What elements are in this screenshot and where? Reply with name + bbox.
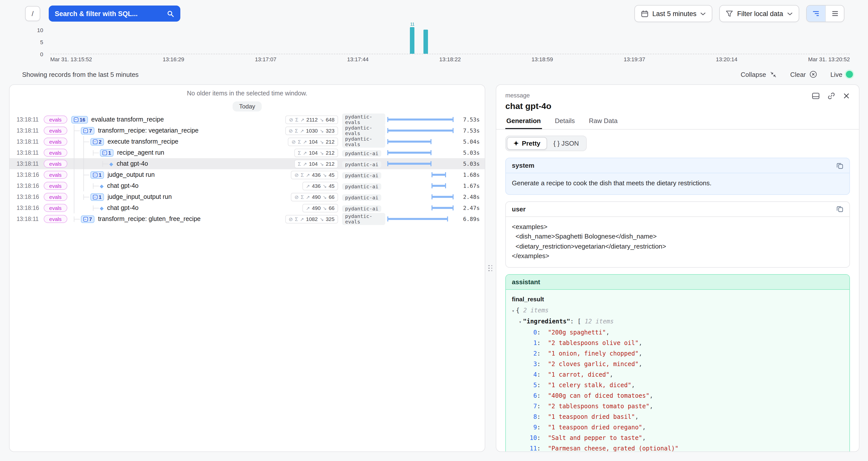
detail-header: message: [496, 92, 859, 100]
tab-generation[interactable]: Generation: [505, 117, 542, 129]
trace-row[interactable]: 13:18:11evals2execute transform_recipe⊘Σ…: [9, 136, 485, 147]
json-punct: ,: [610, 371, 613, 378]
y-tick-label: 0: [28, 51, 47, 57]
expand-toggle[interactable]: 2: [90, 138, 104, 145]
top-bar-right: Last 5 minutes Filter local data: [634, 5, 844, 22]
x-tick-label: 13:20:14: [716, 56, 737, 62]
copy-button[interactable]: [836, 162, 843, 169]
json-tree-row: 8: "1 teaspoon dried basil",: [512, 411, 843, 422]
duration-bar-track: [387, 125, 454, 136]
dock-panel-icon[interactable]: [812, 92, 820, 100]
tab-details[interactable]: Details: [554, 117, 576, 129]
trace-row[interactable]: 13:18:11evals7transform_recipe: vegetari…: [9, 125, 485, 136]
row-timestamp: 13:18:16: [17, 194, 44, 200]
json-punct: :: [537, 424, 548, 431]
json-index: 5: [527, 380, 537, 391]
tokens-out-count: 212: [326, 139, 335, 145]
tokens-in-count: 490: [312, 205, 321, 211]
tokens-in-count: 490: [312, 194, 321, 200]
expand-toggle[interactable]: 1: [90, 171, 104, 179]
evals-badge: evals: [44, 171, 67, 179]
expand-toggle[interactable]: 1: [100, 149, 114, 156]
duration-bar: [432, 207, 454, 209]
tab-raw-data[interactable]: Raw Data: [588, 117, 619, 129]
clear-button[interactable]: Clear: [790, 70, 817, 78]
tree-guide-line: [73, 136, 74, 147]
caret-down-icon[interactable]: ▾: [512, 308, 515, 313]
row-tree-cell: ◆chat gpt-4o: [70, 180, 302, 191]
view-toggle-tree-button[interactable]: [807, 5, 825, 22]
evals-badge: evals: [44, 193, 67, 201]
chart-bar-label: 11: [410, 22, 414, 27]
json-punct: ,: [642, 424, 646, 431]
package-tag-cell: pydantic-ai: [342, 148, 385, 157]
x-axis-labels: Mar 31. 13:15:5213:16:2913:17:0713:17:44…: [50, 56, 850, 62]
time-range-select[interactable]: Last 5 minutes: [634, 5, 713, 22]
tree-guide-line: [83, 180, 84, 191]
copy-button[interactable]: [836, 205, 843, 212]
json-label: { } JSON: [554, 140, 579, 147]
drag-handle-icon[interactable]: [489, 265, 493, 271]
sigma-aggregate-icon: Σ: [296, 117, 299, 122]
package-tag-cell: pydantic-ai: [342, 192, 385, 202]
detail-body: ✦ Pretty { } JSON system: [496, 129, 859, 452]
evals-badge: evals: [44, 116, 67, 124]
duration-text: 2.48s: [457, 193, 480, 200]
live-toggle[interactable]: Live: [830, 70, 853, 78]
x-tick-label: 13:17:07: [255, 56, 277, 62]
sparkle-icon: ✦: [514, 140, 519, 147]
trace-row[interactable]: 13:18:16evals◆chat gpt-4o↗436↘45pydantic…: [9, 180, 485, 191]
json-string-value: "1 teaspoon dried basil": [548, 413, 635, 420]
main-split: No older items in the selected time wind…: [9, 84, 860, 452]
duration-bar: [387, 129, 454, 131]
evals-badge: evals: [44, 149, 67, 157]
trace-row[interactable]: 13:18:16evals1judge_output run⊘Σ↗436↘45p…: [9, 169, 485, 180]
panel-splitter[interactable]: [485, 84, 496, 452]
tree-guide-line: [83, 147, 84, 158]
json-toggle-button[interactable]: { } JSON: [547, 137, 585, 150]
stats-chip: ⊘Σ↗436↘45: [291, 171, 338, 179]
json-tree-row: 9: "1 teaspoon dried oregano",: [512, 422, 843, 433]
expand-toggle[interactable]: 7: [81, 215, 94, 223]
trace-row[interactable]: 13:18:16evals1judge_input_output run⊘Σ↗4…: [9, 191, 485, 203]
child-count: 1: [99, 194, 101, 199]
package-tag: pydantic-ai: [342, 150, 381, 157]
search-button[interactable]: Search & filter with SQL...: [49, 5, 180, 22]
json-punct: :: [537, 402, 548, 409]
collapse-minus-icon: [83, 217, 88, 221]
tokens-in-arrow-icon: ↗: [303, 150, 307, 155]
trace-row[interactable]: 13:18:11evals7transform_recipe: gluten_f…: [9, 213, 485, 224]
tokens-out-arrow-icon: ↘: [323, 183, 327, 189]
json-punct: :: [537, 371, 548, 378]
duration-bar: [387, 163, 432, 165]
copy-link-icon[interactable]: [827, 92, 835, 100]
json-punct: :: [537, 350, 548, 357]
filter-local-data-select[interactable]: Filter local data: [719, 5, 799, 22]
expand-toggle[interactable]: 1: [90, 193, 104, 201]
showing-records-text: Showing records from the last 5 minutes: [22, 70, 138, 78]
pretty-toggle-button[interactable]: ✦ Pretty: [507, 137, 547, 150]
stats-chip: ⊘Σ↗1030↘323: [285, 126, 338, 135]
expand-toggle[interactable]: 16: [71, 116, 88, 123]
close-icon[interactable]: [843, 92, 850, 99]
expand-toggle[interactable]: 7: [81, 127, 94, 134]
caret-down-icon[interactable]: ▾: [519, 319, 521, 324]
filter-value: Filter local data: [737, 10, 783, 17]
trace-row[interactable]: 13:18:16evals◆chat gpt-4o↗490↘66pydantic…: [9, 203, 485, 213]
copy-icon: [836, 205, 843, 212]
json-tree-row: 2: "1 onion, finely chopped",: [512, 348, 843, 359]
json-punct: ,: [650, 402, 653, 409]
chart-bar[interactable]: 11: [410, 27, 415, 54]
slash-shortcut-key[interactable]: /: [25, 6, 40, 21]
chart-bar[interactable]: [424, 30, 428, 54]
json-tree-row: 0: "200g spaghetti",: [512, 327, 843, 338]
view-toggle-list-button[interactable]: [825, 5, 844, 22]
x-tick-label: 13:18:22: [439, 56, 461, 62]
trace-row[interactable]: 13:18:11evals16evaluate transform_recipe…: [9, 114, 485, 125]
tree-connector-line: [73, 130, 80, 131]
trace-row[interactable]: 13:18:11evals1recipe_agent runΣ↗104↘212p…: [9, 147, 485, 158]
evals-badge: evals: [44, 182, 67, 190]
trace-row[interactable]: 13:18:11evals◆chat gpt-4oΣ↗104↘212pydant…: [9, 158, 485, 169]
stats-chip: ↗490↘66: [302, 204, 338, 212]
collapse-button[interactable]: Collapse: [741, 70, 777, 78]
